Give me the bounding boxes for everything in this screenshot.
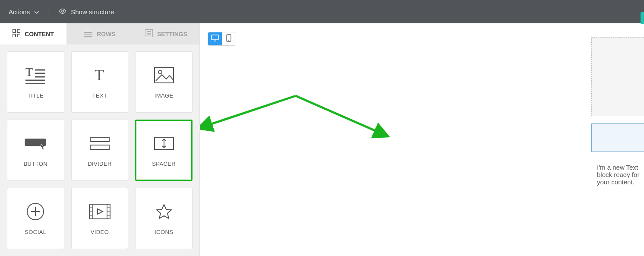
- tile-social-label: SOCIAL: [25, 229, 46, 235]
- tile-spacer[interactable]: SPACER: [135, 120, 193, 181]
- star-icon: [153, 202, 175, 221]
- tile-title-label: TITLE: [28, 92, 44, 99]
- tab-rows[interactable]: ROWS: [66, 23, 133, 44]
- device-toggle: [208, 32, 236, 46]
- svg-rect-2: [17, 29, 20, 32]
- divider-icon: [88, 134, 111, 153]
- settings-sheet-icon: [145, 29, 153, 38]
- tab-content[interactable]: CONTENT: [0, 23, 66, 44]
- tab-settings-label: SETTINGS: [157, 31, 187, 38]
- svg-rect-3: [13, 34, 16, 37]
- rows-icon: [84, 30, 92, 38]
- text-icon: T: [88, 66, 111, 85]
- tile-icons[interactable]: ICONS: [135, 188, 193, 249]
- device-desktop-button[interactable]: [208, 32, 222, 45]
- mobile-icon: [226, 34, 231, 44]
- svg-rect-18: [155, 67, 174, 83]
- show-structure-label: Show structure: [71, 8, 114, 16]
- svg-rect-6: [84, 34, 92, 37]
- tile-button-label: BUTTON: [24, 161, 48, 167]
- desktop-icon: [211, 35, 219, 43]
- social-icon: [24, 202, 47, 221]
- content-tiles: T TITLE T TEXT IMAGE BUT: [0, 44, 199, 256]
- tab-settings[interactable]: SETTINGS: [133, 23, 199, 44]
- svg-rect-37: [212, 35, 218, 40]
- show-structure-toggle[interactable]: Show structure: [59, 8, 114, 16]
- topbar: Actions Show structure: [0, 0, 644, 23]
- device-mobile-button[interactable]: [222, 32, 236, 45]
- text-block-placeholder[interactable]: I'm a new Text block ready for your cont…: [597, 164, 644, 186]
- svg-rect-21: [90, 137, 109, 142]
- svg-rect-22: [90, 145, 109, 149]
- chevron-down-icon: [34, 9, 39, 14]
- tile-divider-label: DIVIDER: [88, 161, 112, 167]
- sidebar: CONTENT ROWS SETTINGS T TITLE: [0, 23, 200, 256]
- content-grid-icon: [13, 29, 20, 38]
- image-dropzone[interactable]: Drop your file here Browse: [591, 37, 644, 116]
- svg-text:T: T: [25, 66, 33, 79]
- title-icon: T: [24, 66, 47, 85]
- topbar-divider: [50, 6, 50, 18]
- canvas: Drop your file here Browse I'm a new Tex…: [200, 23, 644, 256]
- svg-rect-1: [13, 29, 16, 32]
- svg-rect-5: [84, 30, 92, 32]
- svg-point-0: [62, 10, 64, 12]
- tile-spacer-label: SPACER: [152, 161, 176, 167]
- tile-image[interactable]: IMAGE: [135, 51, 193, 113]
- tile-title[interactable]: T TITLE: [7, 51, 64, 113]
- tile-icons-label: ICONS: [155, 229, 173, 235]
- svg-point-41: [228, 40, 229, 41]
- tile-video-label: VIDEO: [91, 229, 109, 235]
- sidebar-tabs: CONTENT ROWS SETTINGS: [0, 23, 199, 44]
- actions-dropdown[interactable]: Actions: [9, 8, 39, 16]
- tile-text-label: TEXT: [92, 92, 107, 99]
- tile-video[interactable]: VIDEO: [71, 188, 129, 249]
- tile-text[interactable]: T TEXT: [71, 51, 129, 113]
- annotation-arrows: [200, 23, 644, 256]
- svg-text:T: T: [95, 66, 104, 84]
- spacer-block[interactable]: [591, 123, 644, 152]
- svg-point-19: [158, 70, 162, 74]
- side-tab-handle[interactable]: [641, 12, 644, 24]
- spacer-icon: [153, 134, 175, 153]
- tile-button[interactable]: BUTTON: [7, 120, 64, 181]
- tile-social[interactable]: SOCIAL: [7, 188, 64, 249]
- eye-icon: [59, 8, 66, 16]
- image-icon: [153, 66, 175, 85]
- svg-rect-20: [25, 138, 46, 145]
- actions-label: Actions: [9, 8, 30, 16]
- tab-content-label: CONTENT: [25, 31, 54, 38]
- svg-rect-4: [17, 34, 20, 37]
- video-icon: [88, 202, 111, 221]
- tile-image-label: IMAGE: [155, 92, 174, 99]
- tile-divider[interactable]: DIVIDER: [71, 120, 129, 181]
- main-layout: CONTENT ROWS SETTINGS T TITLE: [0, 23, 644, 256]
- button-icon: [24, 134, 47, 153]
- tab-rows-label: ROWS: [97, 31, 116, 38]
